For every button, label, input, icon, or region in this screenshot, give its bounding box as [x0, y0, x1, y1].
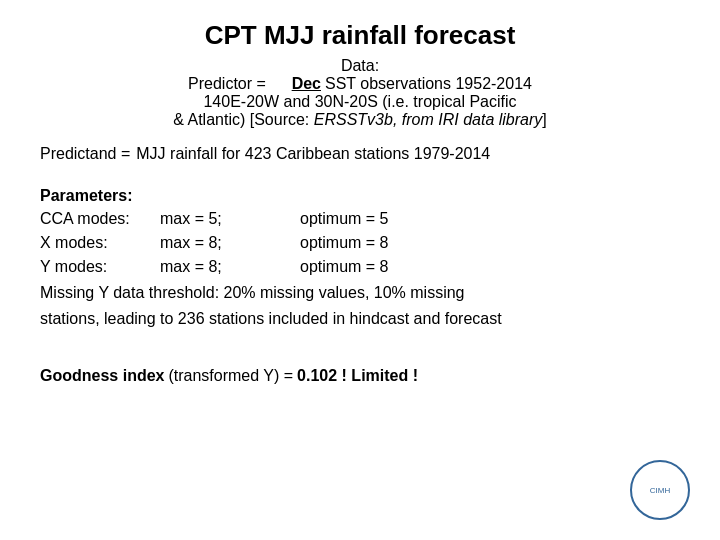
goodness-label: Goodness index	[40, 367, 164, 385]
param-x-optimum: optimum = 8	[300, 231, 500, 255]
data-label: Data:	[341, 57, 379, 74]
param-x-max: max = 8;	[160, 231, 300, 255]
goodness-middle: (transformed Y) =	[168, 367, 293, 385]
param-x-name: X modes:	[40, 231, 160, 255]
goodness-value: 0.102 ! Limited !	[297, 367, 418, 385]
missing-data-line2: stations, leading to 236 stations includ…	[40, 307, 680, 331]
predictand-value: MJJ rainfall for 423 Caribbean stations …	[136, 145, 490, 163]
parameters-title: Parameters:	[40, 187, 680, 205]
cimh-logo: CIMH	[630, 460, 690, 520]
predictor-line3: & Atlantic) [Source: ERSSTv3b, from IRI …	[173, 111, 546, 128]
param-y-name: Y modes:	[40, 255, 160, 279]
param-y-max: max = 8;	[160, 255, 300, 279]
predictor-prefix: Predictor =	[188, 75, 266, 93]
param-cca-max: max = 5;	[160, 207, 300, 231]
predictor-suffix: SST observations 1952-2014	[325, 75, 532, 93]
predictor-line2: 140E-20W and 30N-20S (i.e. tropical Paci…	[203, 93, 516, 110]
param-y-optimum: optimum = 8	[300, 255, 500, 279]
predictand-prefix: Predictand =	[40, 145, 130, 163]
dec-highlight: Dec	[292, 75, 321, 93]
missing-data-line1: Missing Y data threshold: 20% missing va…	[40, 281, 680, 305]
page-title: CPT MJJ rainfall forecast	[205, 20, 516, 50]
param-cca-name: CCA modes:	[40, 207, 160, 231]
param-cca-optimum: optimum = 5	[300, 207, 500, 231]
